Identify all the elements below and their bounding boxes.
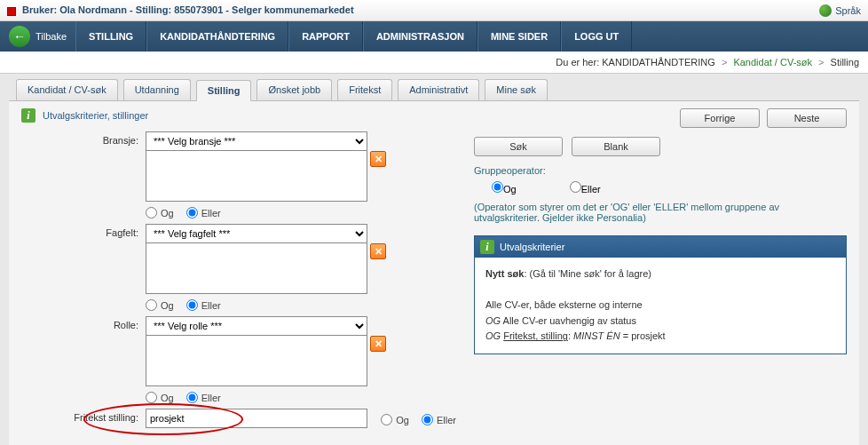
panel-title: Utvalgskriterier: [500, 242, 564, 252]
rolle-remove-button[interactable]: ✕: [370, 336, 386, 352]
nav-kandidathandtering[interactable]: KANDIDATHÅNDTERING: [146, 21, 288, 52]
bransje-eller-radio[interactable]: Eller: [186, 207, 221, 219]
tab-utdanning[interactable]: Utdanning: [123, 79, 191, 100]
language-selector[interactable]: Språk: [819, 4, 861, 17]
sprak-label: Språk: [835, 5, 861, 16]
group-operator-hint: (Operator som styrer om det er 'OG' elle…: [474, 202, 847, 223]
search-button[interactable]: Søk: [474, 137, 563, 156]
bransje-label: Bransje:: [21, 131, 146, 146]
criteria-panel-body: Nytt søk: (Gå til 'Mine søk' for å lagre…: [475, 258, 846, 354]
breadcrumb-link[interactable]: Kandidat / CV-søk: [733, 57, 812, 68]
group-eller-radio[interactable]: Eller: [570, 181, 601, 195]
tab-administrativt[interactable]: Administrativt: [398, 79, 479, 100]
fagfelt-remove-button[interactable]: ✕: [370, 243, 386, 259]
user-info: Bruker: Ola Nordmann - Stilling: 8550739…: [7, 4, 354, 15]
breadcrumb-sep: >: [722, 57, 727, 68]
stilling-label: Stilling:: [136, 4, 171, 15]
breadcrumb-current: Stilling: [831, 57, 859, 68]
fagfelt-label: Fagfelt:: [21, 224, 146, 238]
tab-fritekst[interactable]: Fritekst: [337, 79, 392, 100]
rolle-eller-radio[interactable]: Eller: [186, 392, 221, 403]
bruker-name: Ola Nordmann: [59, 4, 127, 15]
tab-kandidat-cv-sok[interactable]: Kandidat / CV-søk: [16, 79, 118, 100]
page-title: i Utvalgskriterier, stillinger: [21, 108, 148, 123]
blank-button[interactable]: Blank: [572, 137, 660, 156]
fritekst-eller-radio[interactable]: Eller: [422, 414, 456, 425]
user-icon: [7, 7, 16, 16]
back-button[interactable]: ← Tilbake: [0, 26, 75, 47]
nav-logg-ut[interactable]: LOGG UT: [561, 21, 632, 52]
breadcrumb-prefix: Du er her:: [556, 57, 599, 68]
rolle-select[interactable]: *** Velg rolle ***: [146, 316, 367, 336]
bruker-label: Bruker:: [22, 4, 57, 15]
fagfelt-og-radio[interactable]: Og: [146, 299, 174, 311]
criteria-panel: i Utvalgskriterier Nytt søk: (Gå til 'Mi…: [474, 235, 847, 354]
bransje-select[interactable]: *** Velg bransje ***: [146, 131, 367, 151]
stilling-id: 855073901: [174, 4, 223, 15]
bransje-og-radio[interactable]: Og: [146, 207, 174, 219]
info-icon: i: [480, 240, 494, 254]
prev-button[interactable]: Forrige: [680, 108, 760, 128]
breadcrumb: Du er her: KANDIDATHÅNDTERING > Kandidat…: [0, 52, 868, 74]
globe-icon: [819, 4, 832, 17]
criteria-panel-header: i Utvalgskriterier: [475, 236, 846, 258]
rolle-box[interactable]: ✕: [146, 335, 367, 386]
bransje-remove-button[interactable]: ✕: [370, 151, 386, 167]
group-og-radio[interactable]: Og: [492, 181, 517, 195]
tab-mine-sok[interactable]: Mine søk: [485, 79, 548, 100]
next-button[interactable]: Neste: [767, 108, 847, 128]
fritekst-input[interactable]: [146, 409, 367, 428]
fagfelt-eller-radio[interactable]: Eller: [186, 299, 221, 311]
breadcrumb-sep: >: [818, 57, 824, 68]
fagfelt-box[interactable]: ✕: [146, 242, 367, 294]
nav-stilling[interactable]: STILLING: [75, 21, 146, 52]
fagfelt-select[interactable]: *** Velg fagfelt ***: [146, 224, 367, 243]
nav-administrasjon[interactable]: ADMINISTRASJON: [363, 21, 477, 52]
info-icon: i: [21, 108, 36, 123]
stilling-title: Selger kommunemarkedet: [232, 4, 354, 15]
back-arrow-icon: ←: [9, 26, 30, 47]
rolle-label: Rolle:: [21, 316, 146, 330]
nav-mine-sider[interactable]: MINE SIDER: [477, 21, 561, 52]
tab-onsket-jobb[interactable]: Ønsket jobb: [256, 79, 332, 100]
group-operator-label: Gruppeoperator:: [474, 165, 847, 176]
tab-stilling[interactable]: Stilling: [196, 80, 252, 101]
back-label: Tilbake: [36, 31, 67, 42]
breadcrumb-item: KANDIDATHÅNDTERING: [602, 57, 715, 68]
nav-rapport[interactable]: RAPPORT: [288, 21, 363, 52]
rolle-og-radio[interactable]: Og: [146, 392, 174, 403]
fritekst-og-radio[interactable]: Og: [381, 414, 409, 425]
bransje-box[interactable]: ✕: [146, 150, 367, 202]
fritekst-label: Fritekst stilling:: [21, 409, 146, 423]
